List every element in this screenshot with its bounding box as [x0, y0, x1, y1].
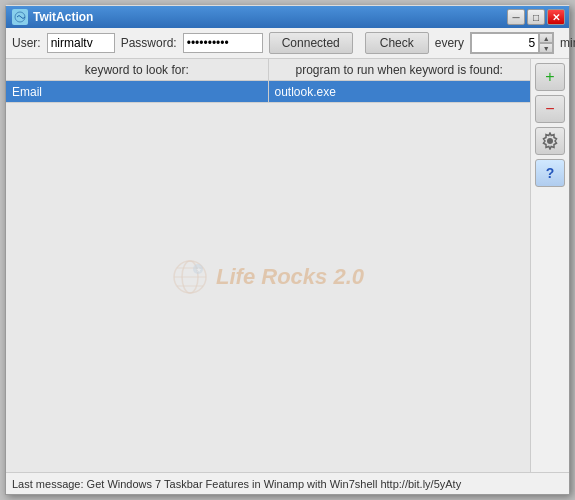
check-button[interactable]: Check	[365, 32, 429, 54]
password-input[interactable]	[183, 33, 263, 53]
status-bar: Last message: Get Windows 7 Taskbar Feat…	[6, 472, 569, 494]
watermark: ★ Life Rocks 2.0	[172, 259, 364, 295]
close-button[interactable]: ✕	[547, 9, 565, 25]
status-message: Last message: Get Windows 7 Taskbar Feat…	[12, 478, 461, 490]
connected-button[interactable]: Connected	[269, 32, 353, 54]
main-window: TwitAction ─ □ ✕ User: Password: Connect…	[5, 5, 570, 495]
toolbar: User: Password: Connected Check every ▲ …	[6, 28, 569, 59]
min-label: min	[560, 36, 575, 50]
minimize-button[interactable]: ─	[507, 9, 525, 25]
spinner-down-button[interactable]: ▼	[539, 43, 553, 53]
user-label: User:	[12, 36, 41, 50]
every-label: every	[435, 36, 464, 50]
interval-spinner: ▲ ▼	[470, 32, 554, 54]
add-button[interactable]: +	[535, 63, 565, 91]
title-bar-controls: ─ □ ✕	[507, 9, 565, 25]
sidebar: + − ?	[531, 59, 569, 472]
gear-icon	[541, 132, 559, 150]
col-program-header: program to run when keyword is found:	[269, 59, 531, 80]
maximize-button[interactable]: □	[527, 9, 545, 25]
svg-point-0	[15, 12, 25, 22]
col-keyword-header: keyword to look for:	[6, 59, 269, 80]
table-header: keyword to look for: program to run when…	[6, 59, 530, 81]
user-input[interactable]	[47, 33, 115, 53]
title-bar-left: TwitAction	[12, 9, 93, 25]
program-cell: outlook.exe	[269, 81, 531, 102]
settings-button[interactable]	[535, 127, 565, 155]
watermark-globe-icon: ★	[172, 259, 208, 295]
main-area: keyword to look for: program to run when…	[6, 59, 531, 472]
svg-point-8	[547, 138, 553, 144]
interval-input[interactable]	[471, 33, 539, 53]
spinner-up-button[interactable]: ▲	[539, 33, 553, 43]
watermark-text: Life Rocks 2.0	[216, 264, 364, 290]
help-button[interactable]: ?	[535, 159, 565, 187]
keyword-cell: Email	[6, 81, 269, 102]
app-icon	[12, 9, 28, 25]
spinner-buttons: ▲ ▼	[539, 33, 553, 53]
password-label: Password:	[121, 36, 177, 50]
window-title: TwitAction	[33, 10, 93, 24]
title-bar: TwitAction ─ □ ✕	[6, 6, 569, 28]
remove-button[interactable]: −	[535, 95, 565, 123]
table-row[interactable]: Email outlook.exe	[6, 81, 530, 103]
content-area: keyword to look for: program to run when…	[6, 59, 569, 472]
table-body[interactable]: Email outlook.exe ★ Life Rocks 2.0	[6, 81, 530, 472]
